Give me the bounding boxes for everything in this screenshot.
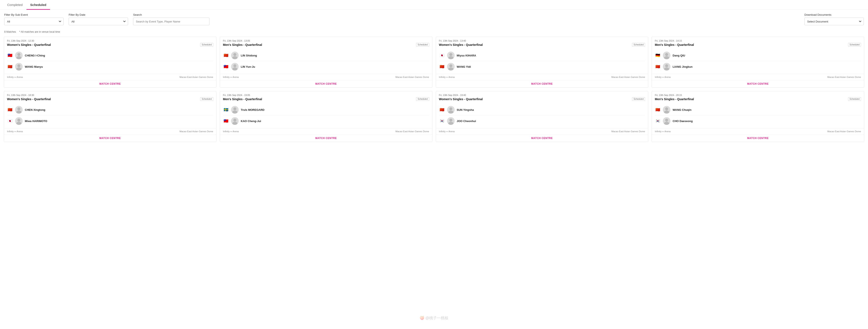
match-venue: Infinity ∞ Arena — [655, 76, 671, 78]
filters-bar: Filter By Sub Event All Filter By Date A… — [0, 10, 868, 29]
match-title: Women's Singles - Quarterfinal — [7, 43, 51, 47]
sub-event-select[interactable]: All — [4, 18, 64, 25]
match-title: Women's Singles - Quarterfinal — [439, 43, 483, 47]
match-title-row: Women's Singles - Quarterfinal Scheduled — [7, 97, 213, 101]
search-input[interactable] — [133, 18, 210, 25]
svg-point-13 — [664, 56, 669, 59]
match-centre-button[interactable]: MATCH CENTRE — [4, 134, 216, 142]
svg-point-12 — [665, 53, 668, 56]
player-flag: 🇩🇪 — [655, 53, 661, 57]
match-datetime: Fri, 13th Sep 2024 - 18:30 — [7, 94, 213, 97]
match-title: Men's Singles - Quarterfinal — [223, 43, 262, 47]
player-row: 🇯🇵 Miyuu KIHARA — [439, 50, 645, 61]
match-card: Fri, 13th Sep 2024 - 14:15 Men's Singles… — [652, 37, 864, 88]
player-name: WANG Chuqin — [673, 108, 691, 111]
match-players: 🇨🇳 CHEN Xingtong 🇯🇵 Miwa HARIMOTO — [4, 103, 216, 128]
download-select[interactable]: Select Document — [804, 18, 864, 25]
player-avatar — [15, 63, 23, 71]
tab-completed[interactable]: Completed — [3, 0, 27, 9]
match-centre-button[interactable]: MATCH CENTRE — [436, 134, 648, 142]
player-avatar — [447, 63, 455, 71]
svg-point-9 — [448, 56, 454, 59]
player-avatar — [447, 106, 455, 114]
search-label: Search — [133, 13, 210, 16]
match-datetime: Fri, 13th Sep 2024 - 14:15 — [655, 39, 861, 42]
match-card: Fri, 13th Sep 2024 - 13:05 Men's Singles… — [220, 37, 432, 88]
tab-scheduled[interactable]: Scheduled — [27, 0, 50, 9]
match-venue: Infinity ∞ Arena — [223, 130, 239, 133]
match-venue: Infinity ∞ Arena — [223, 76, 239, 78]
svg-point-3 — [16, 67, 22, 71]
player-name: Miwa HARIMOTO — [25, 119, 47, 123]
match-venue: Infinity ∞ Arena — [7, 130, 23, 133]
match-players: 🇸🇪 Truls MOREGARD 🇹🇼 KAO Cheng-Jui — [220, 103, 432, 128]
match-footer: Infinity ∞ Arena Macao East Asian Games … — [652, 128, 864, 134]
player-name: CHENG I-Ching — [25, 54, 45, 57]
player-flag: 🇨🇳 — [223, 53, 229, 57]
match-centre-button[interactable]: MATCH CENTRE — [4, 80, 216, 87]
match-centre-button[interactable]: MATCH CENTRE — [220, 80, 432, 87]
match-centre-button[interactable]: MATCH CENTRE — [652, 80, 864, 87]
player-avatar — [663, 52, 671, 59]
svg-point-10 — [450, 64, 452, 67]
player-name: Miyuu KIHARA — [457, 54, 476, 57]
match-footer: Infinity ∞ Arena Macao East Asian Games … — [436, 74, 648, 80]
search-filter: Search — [133, 13, 210, 25]
match-players: 🇹🇼 CHENG I-Ching 🇨🇳 WANG Manyu — [4, 48, 216, 74]
match-venue: Infinity ∞ Arena — [655, 130, 671, 133]
match-card: Fri, 13th Sep 2024 - 20:15 Men's Singles… — [652, 91, 864, 142]
match-centre-button[interactable]: MATCH CENTRE — [220, 134, 432, 142]
player-avatar — [231, 117, 239, 125]
svg-point-25 — [448, 111, 454, 114]
match-footer: Infinity ∞ Arena Macao East Asian Games … — [220, 128, 432, 134]
match-card: Fri, 13th Sep 2024 - 19:05 Men's Singles… — [220, 91, 432, 142]
tabs-container: Completed Scheduled — [0, 0, 868, 10]
sub-event-filter: Filter By Sub Event All — [4, 13, 64, 25]
player-name: KAO Cheng-Jui — [241, 119, 261, 123]
player-flag: 🇨🇳 — [439, 108, 445, 112]
player-flag: 🇨🇳 — [655, 108, 661, 112]
player-flag: 🇹🇼 — [223, 119, 229, 123]
player-row: 🇰🇷 CHO Daeseong — [655, 115, 861, 127]
match-status-badge: Scheduled — [632, 97, 645, 101]
player-name: CHO Daeseong — [673, 119, 693, 123]
player-avatar — [15, 52, 23, 59]
match-title-row: Women's Singles - Quarterfinal Scheduled — [439, 43, 645, 47]
player-flag: 🇨🇳 — [655, 64, 661, 69]
match-header: Fri, 13th Sep 2024 - 12:30 Women's Singl… — [4, 37, 216, 48]
match-centre-button[interactable]: MATCH CENTRE — [652, 134, 864, 142]
player-avatar — [447, 52, 455, 59]
match-footer: Infinity ∞ Arena Macao East Asian Games … — [436, 128, 648, 134]
match-header: Fri, 13th Sep 2024 - 13:05 Men's Singles… — [220, 37, 432, 48]
match-title: Men's Singles - Quarterfinal — [655, 98, 694, 101]
player-avatar — [663, 106, 671, 114]
player-flag: 🇨🇳 — [7, 108, 13, 112]
player-flag: 🇨🇳 — [439, 64, 445, 69]
match-players: 🇨🇳 SUN Yingsha 🇰🇷 JOO Cheonhui — [436, 103, 648, 128]
date-select[interactable]: All — [69, 18, 128, 25]
match-status-badge: Scheduled — [416, 43, 429, 47]
match-status-badge: Scheduled — [200, 97, 213, 101]
match-location: Macao East Asian Games Dome — [611, 76, 645, 78]
player-flag: 🇹🇼 — [7, 53, 13, 57]
match-title-row: Men's Singles - Quarterfinal Scheduled — [655, 43, 861, 47]
match-title: Women's Singles - Quarterfinal — [439, 98, 483, 101]
match-centre-button[interactable]: MATCH CENTRE — [436, 80, 648, 87]
match-datetime: Fri, 13th Sep 2024 - 19:05 — [223, 94, 429, 97]
player-name: CHEN Xingtong — [25, 108, 45, 111]
match-status-badge: Scheduled — [200, 43, 213, 47]
match-players: 🇨🇳 WANG Chuqin 🇰🇷 CHO Daeseong — [652, 103, 864, 128]
match-status-badge: Scheduled — [848, 43, 861, 47]
player-row: 🇹🇼 LIN Yun-Ju — [223, 61, 429, 72]
player-name: LIANG Jingkun — [673, 65, 692, 68]
svg-point-29 — [664, 111, 669, 114]
svg-point-2 — [18, 64, 20, 67]
player-avatar — [231, 63, 239, 71]
player-avatar — [447, 117, 455, 125]
match-location: Macao East Asian Games Dome — [827, 76, 861, 78]
match-header: Fri, 13th Sep 2024 - 14:15 Men's Singles… — [652, 37, 864, 48]
match-venue: Infinity ∞ Arena — [7, 76, 23, 78]
player-row: 🇨🇳 SUN Yingsha — [439, 104, 645, 115]
match-location: Macao East Asian Games Dome — [611, 130, 645, 133]
match-datetime: Fri, 13th Sep 2024 - 12:30 — [7, 39, 213, 42]
